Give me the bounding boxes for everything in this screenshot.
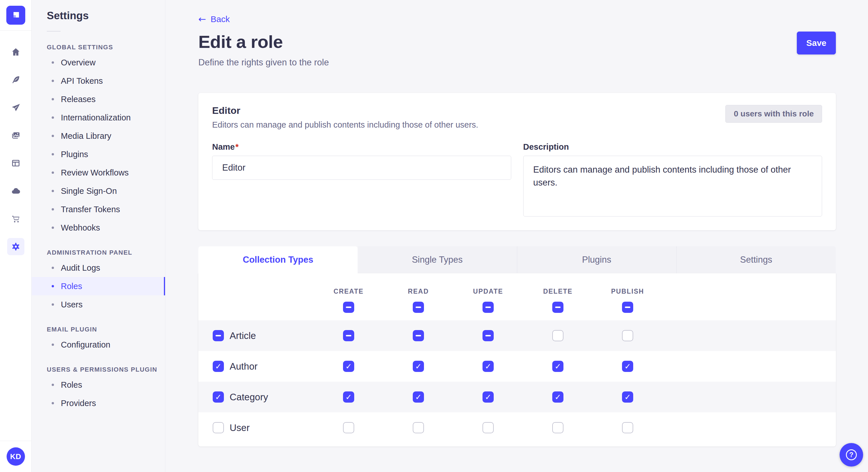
author-row-checkbox[interactable]: ✓ [213, 361, 224, 372]
permission-column-label: PUBLISH [611, 288, 644, 295]
permission-cell [314, 330, 383, 341]
permission-row-author: ✓Author✓✓✓✓✓ [198, 351, 836, 382]
permission-cell: ✓ [383, 392, 453, 403]
sidebar-item-overview[interactable]: Overview [32, 53, 165, 72]
checkmark-icon: ✓ [215, 363, 222, 370]
article-update-checkbox[interactable] [483, 330, 494, 341]
name-input[interactable] [212, 156, 511, 180]
sidebar-item-roles[interactable]: Roles [32, 277, 165, 295]
select-all-read-checkbox[interactable] [413, 302, 424, 313]
sidebar-item-label: Providers [61, 399, 96, 408]
sidebar-item-releases[interactable]: Releases [32, 90, 165, 108]
sidebar-item-users[interactable]: Users [32, 295, 165, 314]
checkmark-icon: ✓ [345, 363, 352, 370]
content-type-name: Article [229, 330, 256, 341]
save-button[interactable]: Save [797, 32, 836, 55]
category-row-checkbox[interactable]: ✓ [213, 392, 224, 403]
sidebar-item-review-workflows[interactable]: Review Workflows [32, 164, 165, 182]
cart-icon[interactable] [7, 210, 24, 227]
paper-plane-icon[interactable] [7, 99, 24, 116]
user-create-checkbox[interactable] [343, 422, 354, 433]
bullet-icon [52, 208, 54, 210]
description-textarea[interactable] [523, 156, 823, 216]
category-publish-checkbox[interactable]: ✓ [622, 392, 633, 403]
checkmark-icon: ✓ [215, 393, 222, 401]
bullet-icon [52, 61, 54, 64]
strapi-logo-icon[interactable] [6, 6, 25, 25]
name-field-label: Name* [212, 142, 511, 152]
article-read-checkbox[interactable] [413, 330, 424, 341]
cloud-icon[interactable] [7, 182, 24, 200]
category-read-checkbox[interactable]: ✓ [413, 392, 424, 403]
users-with-role-badge[interactable]: 0 users with this role [725, 105, 822, 123]
author-update-checkbox[interactable]: ✓ [483, 361, 494, 372]
indeterminate-dash-icon [415, 307, 421, 308]
sidebar-item-plugins[interactable]: Plugins [32, 145, 165, 164]
select-all-publish-checkbox[interactable] [622, 302, 633, 313]
settings-sidebar: Settings GLOBAL SETTINGSOverviewAPI Toke… [32, 0, 165, 472]
author-publish-checkbox[interactable]: ✓ [622, 361, 633, 372]
permissions-header-row: CREATEREADUPDATEDELETEPUBLISH [198, 273, 836, 320]
sidebar-title: Settings [47, 10, 165, 22]
sidebar-item-single-sign-on[interactable]: Single Sign-On [32, 182, 165, 200]
back-link[interactable]: ← Back [198, 14, 230, 24]
article-create-checkbox[interactable] [343, 330, 354, 341]
permission-cell [453, 422, 523, 433]
author-read-checkbox[interactable]: ✓ [413, 361, 424, 372]
sidebar-item-roles[interactable]: Roles [32, 376, 165, 394]
tab-settings[interactable]: Settings [677, 246, 836, 273]
feather-icon[interactable] [7, 71, 24, 88]
home-icon[interactable] [7, 43, 24, 61]
author-create-checkbox[interactable]: ✓ [343, 361, 354, 372]
required-asterisk: * [236, 142, 239, 151]
permission-cell: ✓ [453, 392, 523, 403]
brand-logo-box [0, 0, 31, 31]
permission-cell [523, 422, 593, 433]
tab-plugins[interactable]: Plugins [517, 246, 677, 273]
tab-single-types[interactable]: Single Types [358, 246, 517, 273]
back-label: Back [211, 14, 230, 24]
article-publish-checkbox[interactable] [622, 330, 633, 341]
user-delete-checkbox[interactable] [552, 422, 563, 433]
article-delete-checkbox[interactable] [552, 330, 563, 341]
tab-collection-types[interactable]: Collection Types [198, 246, 358, 273]
sidebar-item-transfer-tokens[interactable]: Transfer Tokens [32, 200, 165, 218]
main-content: ← Back Edit a role Save Define the right… [165, 0, 868, 472]
sidebar-item-audit-logs[interactable]: Audit Logs [32, 259, 165, 277]
category-update-checkbox[interactable]: ✓ [483, 392, 494, 403]
category-create-checkbox[interactable]: ✓ [343, 392, 354, 403]
user-avatar[interactable]: KD [7, 447, 25, 466]
sidebar-item-api-tokens[interactable]: API Tokens [32, 72, 165, 90]
sidebar-item-providers[interactable]: Providers [32, 394, 165, 412]
select-all-delete-checkbox[interactable] [552, 302, 563, 313]
indeterminate-dash-icon [555, 307, 561, 308]
user-publish-checkbox[interactable] [622, 422, 633, 433]
permission-column-label: READ [408, 288, 429, 295]
category-delete-checkbox[interactable]: ✓ [552, 392, 563, 403]
bullet-icon [52, 153, 54, 156]
permission-column-delete: DELETE [523, 288, 593, 313]
permission-column-create: CREATE [314, 288, 383, 313]
images-icon[interactable] [7, 127, 24, 144]
help-button[interactable]: ? [840, 443, 863, 467]
sidebar-sections: GLOBAL SETTINGSOverviewAPI TokensRelease… [32, 43, 165, 412]
sidebar-item-label: Roles [61, 380, 82, 390]
article-row-checkbox[interactable] [213, 330, 224, 341]
user-row-checkbox[interactable] [213, 422, 224, 433]
author-delete-checkbox[interactable]: ✓ [552, 361, 563, 372]
select-all-create-checkbox[interactable] [343, 302, 354, 313]
gear-icon[interactable] [7, 238, 24, 255]
permission-column-read: READ [383, 288, 453, 313]
permission-row-article: Article [198, 320, 836, 351]
user-read-checkbox[interactable] [413, 422, 424, 433]
bullet-icon [52, 285, 54, 287]
select-all-update-checkbox[interactable] [483, 302, 494, 313]
sidebar-item-webhooks[interactable]: Webhooks [32, 218, 165, 237]
user-update-checkbox[interactable] [483, 422, 494, 433]
sidebar-item-label: Roles [61, 281, 82, 291]
rail-user-box: KD [0, 441, 31, 472]
sidebar-item-internationalization[interactable]: Internationalization [32, 108, 165, 127]
sidebar-item-media-library[interactable]: Media Library [32, 127, 165, 145]
layout-icon[interactable] [7, 155, 24, 172]
sidebar-item-configuration[interactable]: Configuration [32, 336, 165, 354]
